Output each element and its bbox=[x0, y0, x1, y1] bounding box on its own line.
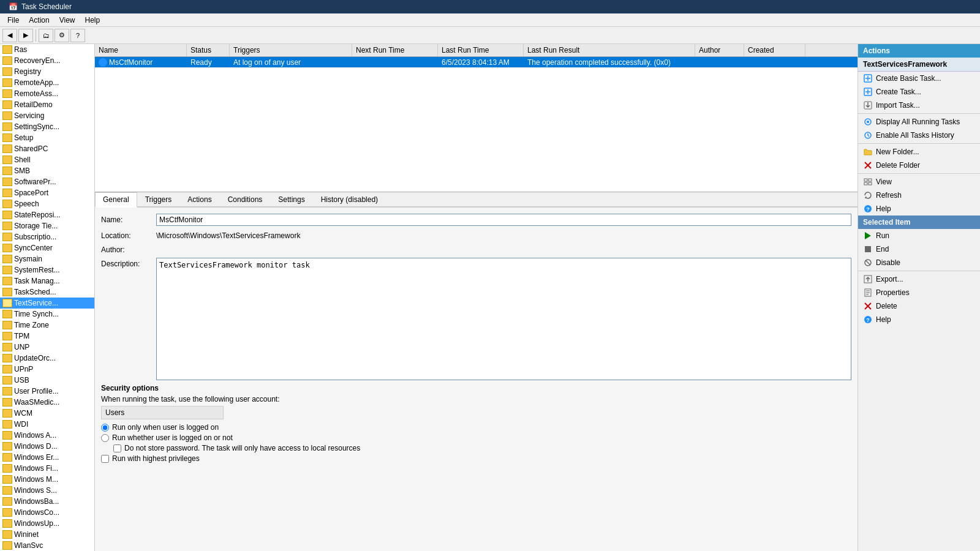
sidebar-item-windowss[interactable]: Windows S... bbox=[0, 485, 94, 496]
action-delete[interactable]: Delete bbox=[858, 299, 980, 313]
sidebar-item-storagetie[interactable]: Storage Tie... bbox=[0, 220, 94, 231]
action-properties[interactable]: Properties bbox=[858, 286, 980, 299]
menu-view[interactable]: View bbox=[55, 15, 80, 26]
checkbox-no-password-input[interactable] bbox=[113, 444, 121, 452]
sidebar-item-timezone[interactable]: Time Zone bbox=[0, 320, 94, 331]
action-import-task[interactable]: Import Task... bbox=[858, 99, 980, 112]
sidebar-item-spaceport[interactable]: SpacePort bbox=[0, 187, 94, 198]
radio-run-logged-on-input[interactable] bbox=[101, 424, 109, 432]
checkbox-highest-privileges-input[interactable] bbox=[101, 455, 109, 463]
sidebar-item-servicing[interactable]: Servicing bbox=[0, 110, 94, 121]
action-enable-history[interactable]: Enable All Tasks History bbox=[858, 129, 980, 142]
sidebar-item-softwarepr[interactable]: SoftwarePr... bbox=[0, 176, 94, 187]
sidebar-item-synccenter[interactable]: SyncCenter bbox=[0, 242, 94, 253]
sidebar-item-registry[interactable]: Registry bbox=[0, 66, 94, 77]
sidebar-item-userprofile[interactable]: User Profile... bbox=[0, 386, 94, 397]
sidebar-item-smb[interactable]: SMB bbox=[0, 165, 94, 176]
col-header-status[interactable]: Status bbox=[187, 44, 230, 56]
action-delete-folder[interactable]: Delete Folder bbox=[858, 159, 980, 172]
sidebar-item-systemrest[interactable]: SystemRest... bbox=[0, 264, 94, 276]
action-create-basic-task[interactable]: Create Basic Task... bbox=[858, 72, 980, 85]
sidebar-item-windowsup[interactable]: WindowsUp... bbox=[0, 518, 94, 529]
sidebar-item-recoveryen[interactable]: RecoveryEn... bbox=[0, 55, 94, 66]
sidebar-item-setup[interactable]: Setup bbox=[0, 132, 94, 143]
sidebar-item-sharedpc[interactable]: SharedPC bbox=[0, 143, 94, 154]
sidebar-item-sysmain[interactable]: Sysmain bbox=[0, 253, 94, 264]
action-end[interactable]: End bbox=[858, 242, 980, 256]
sidebar-item-speech[interactable]: Speech bbox=[0, 198, 94, 209]
sidebar-item-wininet[interactable]: Wininet bbox=[0, 529, 94, 540]
tab-general[interactable]: General bbox=[95, 192, 137, 208]
col-header-nextrun[interactable]: Next Run Time bbox=[352, 44, 438, 56]
sidebar-item-wlansvc[interactable]: WlanSvc bbox=[0, 540, 94, 551]
menu-help[interactable]: Help bbox=[80, 15, 105, 26]
col-header-author[interactable]: Author bbox=[695, 44, 744, 56]
action-export[interactable]: Export... bbox=[858, 272, 980, 286]
properties-button[interactable]: ⚙ bbox=[55, 29, 69, 42]
action-view[interactable]: View bbox=[858, 175, 980, 189]
sidebar-item-wdi[interactable]: WDI bbox=[0, 419, 94, 430]
sidebar-item-windowser[interactable]: Windows Er... bbox=[0, 452, 94, 463]
tab-history[interactable]: History (disabled) bbox=[313, 192, 386, 208]
radio-run-whether-logged-input[interactable] bbox=[101, 434, 109, 442]
sidebar-item-remoteass[interactable]: RemoteAss... bbox=[0, 88, 94, 99]
sidebar-item-unp[interactable]: UNP bbox=[0, 342, 94, 353]
forward-button[interactable]: ▶ bbox=[18, 29, 33, 42]
action-new-folder[interactable]: New Folder... bbox=[858, 145, 980, 159]
sidebar-item-timesynch[interactable]: Time Synch... bbox=[0, 309, 94, 320]
action-create-task[interactable]: Create Task... bbox=[858, 85, 980, 99]
name-input[interactable] bbox=[156, 214, 851, 226]
folder-icon bbox=[2, 398, 12, 407]
action-refresh[interactable]: Refresh bbox=[858, 189, 980, 202]
sidebar-item-ras[interactable]: Ras bbox=[0, 44, 94, 55]
sidebar-item-remoteapp[interactable]: RemoteApp... bbox=[0, 77, 94, 88]
sidebar-item-shell[interactable]: Shell bbox=[0, 154, 94, 165]
tab-triggers[interactable]: Triggers bbox=[137, 192, 180, 208]
sidebar-item-windowsba[interactable]: WindowsBa... bbox=[0, 496, 94, 507]
sidebar-item-windowsd[interactable]: Windows D... bbox=[0, 441, 94, 452]
sidebar-item-settingsync[interactable]: SettingSync... bbox=[0, 121, 94, 132]
show-hide-button[interactable]: 🗂 bbox=[39, 29, 53, 42]
action-help2[interactable]: ? Help bbox=[858, 313, 980, 326]
col-header-lastresult[interactable]: Last Run Result bbox=[524, 44, 695, 56]
sidebar-item-textservice[interactable]: TextService... bbox=[0, 298, 94, 309]
sidebar-item-wcm[interactable]: WCM bbox=[0, 408, 94, 419]
tab-actions[interactable]: Actions bbox=[179, 192, 219, 208]
task-cell-lastresult: The operation completed successfully. (0… bbox=[524, 58, 695, 67]
sidebar-item-taskmanag[interactable]: Task Manag... bbox=[0, 276, 94, 287]
action-help[interactable]: ? Help bbox=[858, 202, 980, 216]
col-header-triggers[interactable]: Triggers bbox=[230, 44, 352, 56]
sidebar-item-windowsa[interactable]: Windows A... bbox=[0, 430, 94, 441]
folder-icon bbox=[2, 365, 12, 373]
col-header-created[interactable]: Created bbox=[744, 44, 805, 56]
sidebar-item-usb[interactable]: USB bbox=[0, 375, 94, 386]
back-button[interactable]: ◀ bbox=[2, 29, 17, 42]
action-help-label: Help bbox=[876, 204, 891, 213]
sidebar-item-windowsco[interactable]: WindowsCo... bbox=[0, 507, 94, 518]
tab-conditions[interactable]: Conditions bbox=[220, 192, 271, 208]
folder-icon bbox=[2, 508, 12, 517]
description-textarea[interactable]: TextServicesFramework monitor task bbox=[156, 258, 851, 380]
sidebar-item-subscriptio[interactable]: Subscriptio... bbox=[0, 231, 94, 242]
sidebar-item-windowsm[interactable]: Windows M... bbox=[0, 474, 94, 485]
action-run[interactable]: Run bbox=[858, 229, 980, 242]
col-header-lastrun[interactable]: Last Run Time bbox=[438, 44, 524, 56]
sidebar-item-tasksched[interactable]: TaskSched... bbox=[0, 287, 94, 298]
folder-icon bbox=[2, 354, 12, 362]
action-new-folder-label: New Folder... bbox=[876, 148, 919, 156]
sidebar-item-retaildemo[interactable]: RetailDemo bbox=[0, 99, 94, 110]
sidebar-item-waasmedic[interactable]: WaaSMedic... bbox=[0, 397, 94, 408]
menu-file[interactable]: File bbox=[2, 15, 24, 26]
tab-settings[interactable]: Settings bbox=[270, 192, 312, 208]
table-row[interactable]: MsCtfMonitor Ready At log on of any user… bbox=[95, 57, 858, 68]
col-header-name[interactable]: Name bbox=[95, 44, 187, 56]
action-display-running[interactable]: Display All Running Tasks bbox=[858, 115, 980, 129]
menu-action[interactable]: Action bbox=[24, 15, 54, 26]
help-button[interactable]: ? bbox=[70, 29, 85, 42]
sidebar-item-windowsfi[interactable]: Windows Fi... bbox=[0, 463, 94, 474]
sidebar-item-updateorc[interactable]: UpdateOrc... bbox=[0, 353, 94, 364]
action-disable[interactable]: Disable bbox=[858, 256, 980, 269]
sidebar-item-statereposi[interactable]: StateReposi... bbox=[0, 209, 94, 220]
sidebar-item-tpm[interactable]: TPM bbox=[0, 331, 94, 342]
sidebar-item-upnp[interactable]: UPnP bbox=[0, 364, 94, 375]
